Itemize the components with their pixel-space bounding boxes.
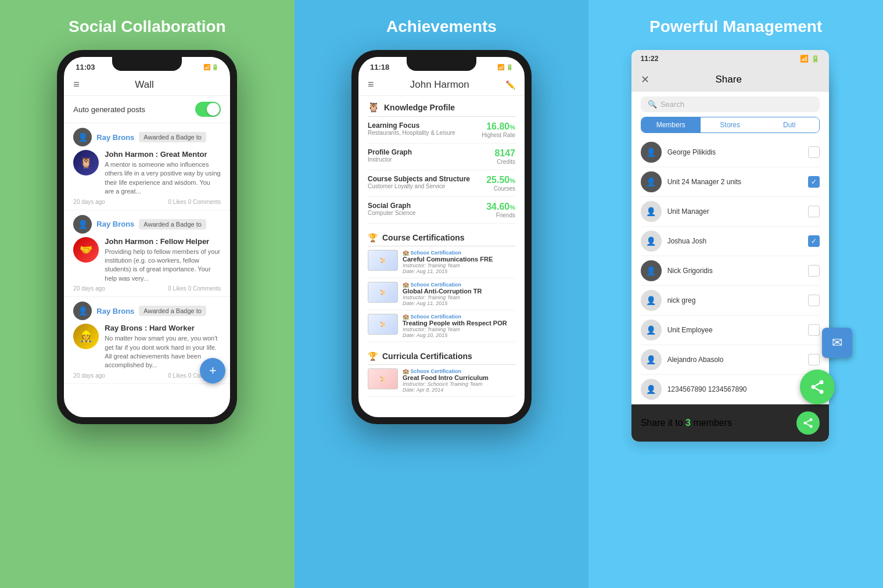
status-icons-2: 📶 🔋 [497,64,513,70]
member-checkbox-8[interactable] [808,354,820,365]
search-bar[interactable]: 🔍 Search [641,96,820,112]
post-user-1: Ray Brons [96,133,134,142]
member-row-7: 👤 Unit Employee [641,315,820,345]
member-checkbox-4[interactable]: ✓ [808,235,820,247]
cert-item-1: 📜 🏫 Schoox Certification Careful Communi… [368,246,515,278]
post-body-1: 🦉 John Harmon : Great Mentor A mentor is… [73,150,221,196]
svg-line-9 [815,383,820,386]
stat-label-3: Course Subjects and Structure Customer L… [368,175,470,189]
stat-row-4: Social Graph Computer Science 34.60% Fri… [368,197,515,224]
member-name-9: 1234567890 1234567890 [667,385,802,393]
post-desc-2: Providing help to fellow members of your… [105,248,221,284]
member-row-1: 👤 George Pilikidis [641,138,820,167]
member-avatar-6: 👤 [641,290,662,311]
curricula-name-1: Great Food Intro Curriculum [403,374,515,381]
knowledge-title-text: Knowledge Profile [384,103,455,112]
member-row-4: 👤 Joshua Josh ✓ [641,227,820,256]
svg-point-2 [809,425,812,428]
post-title-2: John Harmon : Fellow Helper [105,237,221,246]
member-row-9: 👤 1234567890 1234567890 [641,375,820,404]
cert-provider-3: 🏫 Schoox Certification [403,314,515,320]
social-screen: 11:03 📶 🔋 ≡ Wall Auto generated posts 👤 … [64,57,230,417]
email-fab[interactable]: ✉ [822,328,852,358]
hamburger-icon[interactable]: ≡ [73,78,80,91]
add-post-fab[interactable]: + [200,358,225,383]
member-avatar-8: 👤 [641,349,662,370]
auto-posts-bar: Auto generated posts [64,96,230,123]
member-name-5: Nick Grigoridis [667,267,802,275]
member-name-8: Alejandro Abasolo [667,356,802,364]
achievements-phone: 11:18 📶 🔋 ≡ John Harmon ✏️ 🦉 Knowledge P… [351,50,532,424]
course-certs-title-text: Course Certifications [382,233,465,242]
time-ago-3: 20 days ago [73,372,105,379]
svg-point-7 [819,390,823,394]
edit-icon[interactable]: ✏️ [505,80,515,89]
tab-members[interactable]: Members [641,117,701,132]
cert-info-3: 🏫 Schoox Certification Treating People w… [403,314,515,338]
management-panel: Powerful Management 11:22 📶 🔋 ✕ Share 🔍 … [588,0,883,588]
stat-row-2: Profile Graph Instructor 8147 Credits [368,144,515,170]
social-phone: 11:03 📶 🔋 ≡ Wall Auto generated posts 👤 … [57,50,237,424]
ach-hamburger-icon[interactable]: ≡ [368,78,374,91]
member-checkbox-1[interactable] [808,146,820,158]
curricula-meta-1b: Date: Apr 8, 2014 [403,387,515,393]
achievements-screen: 11:18 📶 🔋 ≡ John Harmon ✏️ 🦉 Knowledge P… [358,57,525,417]
badge-icon-2: 🤝 [73,237,99,263]
share-header-title: Share [649,74,808,85]
svg-point-1 [803,422,806,425]
time-1: 11:03 [76,63,95,71]
cert-info-1: 🏫 Schoox Certification Careful Communica… [403,250,515,274]
status-bar-1: 11:03 📶 🔋 [64,57,230,74]
member-checkbox-5[interactable] [808,265,820,277]
member-avatar-7: 👤 [641,320,662,340]
cert-meta-2b: Date: Aug 11, 2015 [403,300,515,306]
status-icons-1: 📶 🔋 [203,64,219,70]
curricula-info-1: 🏫 Schoox Certification Great Food Intro … [403,368,515,393]
likes-comments-2: 0 Likes 0 Comments [168,285,221,292]
member-row-5: 👤 Nick Grigoridis [641,256,820,286]
cert-meta-2a: Instructor: Training Team [403,295,515,300]
member-checkbox-2[interactable]: ✓ [808,176,820,188]
share-header: ✕ Share [631,67,829,92]
curricula-certs-title: 🏆 Curricula Certifications [368,346,515,365]
member-name-2: Unit 24 Manager 2 units [667,178,802,186]
post-avatar-3: 👤 [73,302,92,320]
cert-section: 🏆 Course Certifications 📜 🏫 Schoox Certi… [358,227,525,397]
post-title-3: Ray Brons : Hard Worker [105,324,221,332]
stat-row-1: Learning Focus Restaurants, Hospitality … [368,117,515,144]
svg-line-8 [815,388,820,391]
member-checkbox-6[interactable] [808,295,820,306]
cert-meta-1a: Instructor: Training Team [403,263,515,268]
tab-duti[interactable]: Duti [760,117,819,132]
tab-stores[interactable]: Stores [701,117,760,132]
member-checkbox-7[interactable] [808,324,820,336]
member-checkbox-3[interactable] [808,206,820,217]
mgmt-time: 11:22 [641,55,659,63]
post-desc-1: A mentor is someone who influences other… [105,160,221,196]
post-body-3: 👷 Ray Brons : Hard Worker No matter how … [73,324,221,370]
tabs-row: Members Stores Duti [641,117,820,133]
cert-meta-3a: Instructor: Training Team [403,327,515,332]
achievements-header: ≡ John Harmon ✏️ [358,74,525,96]
post-body-2: 🤝 John Harmon : Fellow Helper Providing … [73,237,221,284]
certs-icon: 🏆 [368,233,378,242]
post-header-3: 👤 Ray Brons Awarded a Badge to [73,302,221,320]
cert-thumb-1: 📜 [368,250,398,271]
cert-info-2: 🏫 Schoox Certification Global Anti-Corru… [403,282,515,306]
member-row-3: 👤 Unit Manager [641,197,820,227]
member-row-6: 👤 nick greg [641,286,820,315]
wall-title: Wall [80,79,209,91]
social-title: Social Collaboration [69,17,226,36]
owl-icon: 🦉 [368,102,379,113]
stat-value-3: 25.50% Courses [486,175,515,192]
member-name-7: Unit Employee [667,326,802,334]
cert-thumb-2: 📜 [368,282,398,303]
close-icon[interactable]: ✕ [641,73,649,86]
cert-provider-2: 🏫 Schoox Certification [403,282,515,288]
auto-posts-toggle[interactable] [195,102,221,117]
share-card-main: 11:22 📶 🔋 ✕ Share 🔍 Search Members Store… [631,50,829,442]
member-name-3: Unit Manager [667,207,802,216]
stat-value-4: 34.60% Friends [486,202,515,218]
share-button[interactable] [796,411,820,435]
share-fab[interactable] [800,370,835,404]
